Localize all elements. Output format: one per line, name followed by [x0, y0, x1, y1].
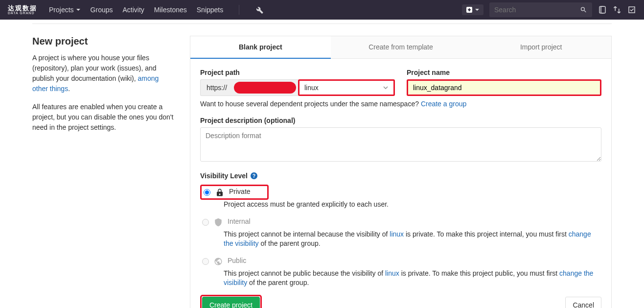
plus-icon	[466, 6, 473, 13]
path-group: https:// linux	[200, 79, 395, 96]
nav-divider	[239, 5, 239, 15]
page-title: New project	[32, 36, 174, 47]
create-group-link[interactable]: Create a group	[421, 100, 466, 108]
visibility-label: Visibility Level ?	[200, 172, 601, 180]
visibility-internal: Internal	[200, 214, 601, 230]
search-icon[interactable]	[580, 5, 587, 14]
internal-radio	[202, 219, 209, 226]
features-text: All features are enabled when you create…	[32, 102, 174, 133]
form-footer: Create project Cancel	[200, 295, 601, 308]
shield-icon	[214, 218, 223, 227]
nav-snippets[interactable]: Snippets	[197, 6, 223, 14]
cancel-button[interactable]: Cancel	[565, 297, 601, 308]
page-description: New project A project is where you house…	[32, 36, 174, 308]
path-prefix: https://	[200, 79, 298, 96]
nav-projects[interactable]: Projects	[49, 6, 81, 14]
lock-icon	[215, 188, 224, 197]
form-area: Project path https:// linux	[190, 59, 612, 308]
visibility-private[interactable]: Private	[200, 185, 269, 200]
top-navbar: 达观数据 DATA GRAND Projects Groups Activity…	[0, 0, 644, 20]
public-title: Public	[228, 257, 246, 264]
create-project-button[interactable]: Create project	[202, 297, 260, 308]
logo-main: 达观数据	[8, 5, 37, 11]
description-label: Project description (optional)	[200, 117, 601, 124]
search-input[interactable]	[494, 6, 580, 14]
chevron-down-icon	[383, 85, 389, 91]
public-radio	[202, 258, 209, 265]
project-path-label: Project path	[200, 69, 395, 76]
nav-groups[interactable]: Groups	[91, 6, 113, 14]
nav-activity[interactable]: Activity	[123, 6, 144, 14]
private-radio[interactable]	[204, 189, 210, 196]
project-name-input[interactable]	[407, 79, 601, 96]
tab-create-template[interactable]: Create from template	[331, 36, 471, 59]
namespace-help: Want to house several dependent projects…	[200, 100, 601, 108]
main-panel: Blank project Create from template Impor…	[190, 36, 612, 308]
nav-right	[462, 2, 636, 17]
tabs: Blank project Create from template Impor…	[190, 36, 612, 59]
new-button[interactable]	[462, 4, 483, 15]
chevron-down-icon	[76, 7, 81, 12]
public-desc: This project cannot be public because th…	[224, 269, 601, 288]
logo-sub: DATA GRAND	[8, 11, 37, 15]
help-icon[interactable]: ?	[251, 172, 257, 179]
project-name-label: Project name	[407, 69, 601, 76]
svg-rect-2	[601, 6, 605, 13]
globe-icon	[214, 257, 223, 266]
merge-requests-icon[interactable]	[613, 5, 621, 14]
namespace-select[interactable]: linux	[298, 79, 395, 96]
wrench-icon[interactable]	[255, 5, 264, 14]
description-textarea[interactable]	[200, 127, 601, 162]
todos-icon[interactable]	[627, 5, 636, 14]
nav-links: Projects Groups Activity Milestones Snip…	[49, 5, 264, 15]
page-desc: A project is where you house your files …	[32, 53, 174, 94]
internal-linux-link[interactable]: linux	[390, 230, 404, 238]
namespace-value: linux	[304, 84, 319, 92]
tab-blank-project[interactable]: Blank project	[190, 36, 331, 59]
visibility-public: Public	[200, 254, 601, 269]
private-desc: Project access must be granted explicitl…	[224, 200, 601, 210]
public-linux-link[interactable]: linux	[385, 269, 399, 277]
internal-desc: This project cannot be internal because …	[224, 230, 601, 249]
search-box[interactable]	[489, 2, 592, 17]
chevron-down-icon	[475, 7, 480, 12]
create-button-highlight: Create project	[200, 295, 262, 308]
tab-import-project[interactable]: Import project	[471, 36, 611, 59]
logo[interactable]: 达观数据 DATA GRAND	[8, 5, 37, 15]
internal-title: Internal	[228, 217, 251, 225]
redacted-host	[234, 82, 296, 94]
private-title: Private	[229, 188, 251, 195]
nav-milestones[interactable]: Milestones	[154, 6, 187, 14]
issues-icon[interactable]	[598, 5, 607, 14]
